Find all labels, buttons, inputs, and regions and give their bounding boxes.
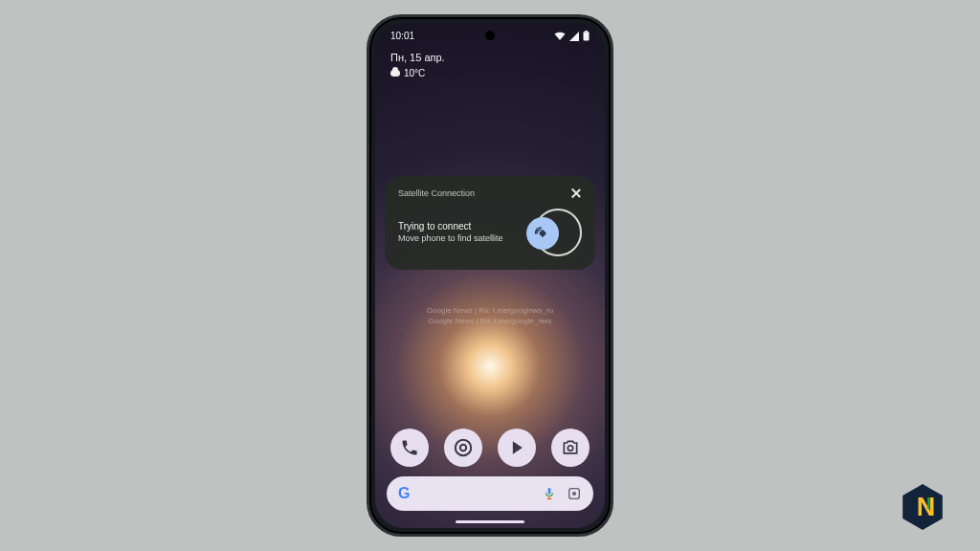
satellite-card-title: Satellite Connection [398,188,475,198]
satellite-hint: Move phone to find satellite [398,233,503,244]
status-clock: 10:01 [390,31,414,41]
date-text: Пн, 15 апр. [390,50,445,66]
chrome-app-icon[interactable] [444,429,482,467]
satellite-status: Trying to connect [398,221,503,231]
svg-point-5 [568,446,572,451]
wifi-icon [554,32,566,41]
svg-rect-6 [548,488,551,495]
satellite-card-text: Trying to connect Move phone to find sat… [398,221,503,244]
mic-icon[interactable] [542,486,557,501]
satellite-position-dot [526,217,559,250]
svg-rect-0 [585,31,588,32]
google-search-bar[interactable]: G [387,476,593,511]
satellite-card-header: Satellite Connection [398,187,582,199]
svg-point-3 [456,440,472,456]
svg-text:I: I [926,496,930,512]
satellite-connection-card[interactable]: Satellite Connection Trying to connect M… [385,176,595,270]
watermark-line1: Google News | Ru: t.me/googlnws_ru [375,306,605,317]
satellite-card-body: Trying to connect Move phone to find sat… [398,209,582,256]
watermark-line2: Google News | En: t.me/google_nws [375,317,605,327]
satellite-graphic [524,209,582,256]
camera-app-icon[interactable] [551,429,590,467]
cloud-icon [390,70,400,77]
site-badge: N I [898,482,947,532]
dock [375,429,605,467]
svg-rect-2 [540,231,546,236]
satellite-icon [534,225,551,242]
date-weather-widget[interactable]: Пн, 15 апр. 10°C [390,50,445,80]
phone-screen: 10:01 Пн, 15 апр. 10°C [375,23,605,528]
phone-frame: 10:01 Пн, 15 апр. 10°C [367,14,613,537]
wallpaper-watermark: Google News | Ru: t.me/googlnws_ru Googl… [375,306,605,327]
status-icons [554,31,590,41]
gesture-nav-bar[interactable] [456,520,524,523]
close-icon[interactable] [570,187,582,199]
weather-row: 10°C [390,66,445,80]
lens-icon[interactable] [567,486,582,501]
svg-text:N: N [917,493,936,521]
svg-rect-1 [584,32,590,40]
google-logo: G [398,485,410,502]
play-store-app-icon[interactable] [498,429,536,467]
battery-icon [583,31,590,41]
svg-point-10 [572,492,576,496]
phone-app-icon[interactable] [390,429,429,467]
temperature-text: 10°C [404,66,425,80]
svg-point-4 [460,445,466,451]
camera-punch-hole [485,31,495,40]
signal-icon [569,32,579,41]
